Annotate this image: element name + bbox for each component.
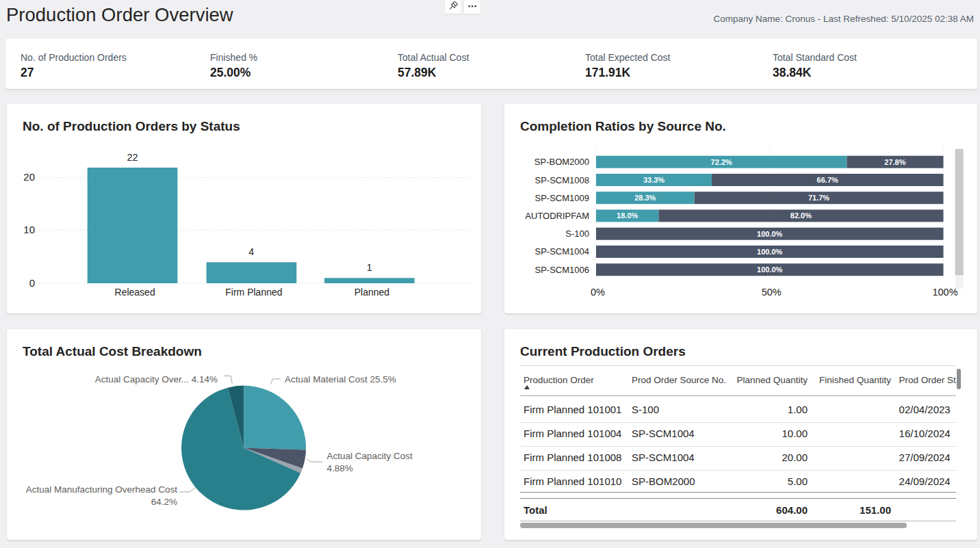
- svg-text:SP-BOM2000: SP-BOM2000: [534, 157, 589, 167]
- svg-text:Actual Manufacturing Overhead: Actual Manufacturing Overhead Cost: [26, 484, 178, 495]
- svg-text:AUTODRIPFAM: AUTODRIPFAM: [525, 211, 589, 221]
- svg-text:S-100: S-100: [565, 229, 589, 239]
- svg-text:18.0%: 18.0%: [617, 211, 638, 220]
- svg-text:82.0%: 82.0%: [790, 211, 812, 220]
- svg-text:SP-SCM1008: SP-SCM1008: [535, 175, 589, 185]
- svg-text:71.7%: 71.7%: [808, 194, 829, 202]
- svg-text:SP-SCM1004: SP-SCM1004: [535, 246, 589, 257]
- svg-text:22: 22: [127, 152, 138, 163]
- svg-text:Actual Material Cost 25.5%: Actual Material Cost 25.5%: [285, 374, 396, 384]
- svg-text:4: 4: [248, 246, 254, 257]
- svg-text:Planned: Planned: [354, 287, 389, 298]
- svg-text:64.2%: 64.2%: [151, 497, 177, 507]
- svg-text:66.7%: 66.7%: [817, 176, 838, 184]
- svg-text:10: 10: [23, 224, 35, 235]
- svg-text:33.3%: 33.3%: [643, 176, 665, 184]
- svg-text:SP-SCM1009: SP-SCM1009: [535, 193, 589, 203]
- svg-text:27.8%: 27.8%: [884, 158, 905, 166]
- svg-text:Firm Planned: Firm Planned: [225, 287, 282, 298]
- svg-text:50%: 50%: [762, 287, 782, 298]
- svg-text:100.0%: 100.0%: [757, 230, 783, 238]
- svg-text:Actual Capacity Cost: Actual Capacity Cost: [327, 451, 413, 461]
- svg-text:20: 20: [23, 171, 35, 183]
- svg-text:28.3%: 28.3%: [634, 194, 656, 202]
- svg-text:1: 1: [367, 262, 372, 273]
- svg-text:Released: Released: [115, 287, 155, 298]
- svg-text:0: 0: [29, 277, 35, 289]
- svg-text:4.88%: 4.88%: [327, 463, 353, 473]
- svg-text:100.0%: 100.0%: [757, 248, 783, 256]
- svg-text:0%: 0%: [591, 287, 605, 298]
- svg-text:SP-SCM1006: SP-SCM1006: [535, 265, 589, 275]
- svg-text:Actual Capacity Over... 4.14%: Actual Capacity Over... 4.14%: [95, 374, 218, 384]
- svg-text:100.0%: 100.0%: [757, 265, 783, 274]
- svg-text:72.2%: 72.2%: [711, 158, 732, 166]
- svg-text:100%: 100%: [932, 287, 957, 298]
